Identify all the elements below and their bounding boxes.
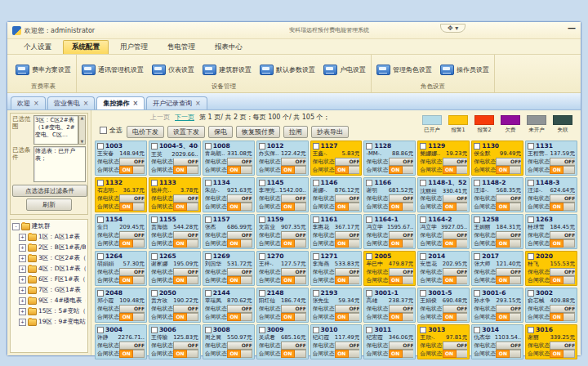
meter-card[interactable]: 1271李海燕533.83元保电状态OFF合闸状态ON [310,251,363,286]
gate-on-button[interactable]: ON [335,239,349,248]
card-checkbox[interactable] [474,327,480,333]
gate-on-button[interactable]: ON [119,166,133,174]
card-checkbox[interactable] [366,180,372,186]
menu-item-系统配置[interactable]: 系统配置 [63,40,109,54]
supply-off-button[interactable]: OFF [227,231,252,239]
toolbar-button-抄表导出[interactable]: 抄表导出 [311,126,349,138]
toolbar-button-设置下发[interactable]: 设置下发 [167,126,205,138]
gate-on-button[interactable]: ON [227,203,241,211]
card-checkbox[interactable] [474,290,480,297]
supply-off-button[interactable]: OFF [173,231,198,239]
tab-开户记录查询[interactable]: 开户记录查询× [146,96,207,109]
expand-icon[interactable]: + [19,276,26,283]
supply-off-button[interactable]: OFF [281,341,306,350]
card-checkbox[interactable] [474,216,480,223]
meter-card[interactable]: 1155贵海德544.28元保电状态OFF合闸状态ON [149,214,201,249]
supply-off-button[interactable]: OFF [389,158,414,166]
supply-off-button[interactable]: OFF [389,194,414,203]
next-page-link[interactable]: 下一页 [175,113,194,122]
supply-off-button[interactable]: OFF [443,195,468,203]
meter-card[interactable]: 1258王媚丽184.31元保电状态OFF合闸状态ON [471,214,523,249]
supply-off-button[interactable]: OFF [443,158,468,166]
supply-off-button[interactable]: OFF [443,305,468,313]
card-checkbox[interactable] [259,180,265,186]
supply-off-button[interactable]: OFF [550,194,575,203]
card-checkbox[interactable] [97,143,104,150]
expand-icon[interactable]: + [19,266,26,273]
gate-on-button[interactable]: ON [496,166,510,174]
card-checkbox[interactable] [97,253,104,260]
gate-on-button[interactable]: ON [389,313,403,321]
meter-card[interactable]: 1164-2冯立学3927.05..保电状态OFF合闸状态ON [417,214,470,249]
card-checkbox[interactable] [313,180,319,186]
expand-icon[interactable]: + [19,319,26,326]
supply-off-button[interactable]: OFF [335,305,360,313]
gate-on-button[interactable]: ON [443,203,457,211]
meter-card[interactable]: 3016谢丽339.25元保电状态OFF合闸状态ON [525,324,577,359]
card-checkbox[interactable] [97,327,104,333]
supply-off-button[interactable]: OFF [281,305,306,313]
meter-card[interactable]: 1146谢娜-.876.12元保电状态OFF合闸状态ON [310,177,363,212]
meter-card[interactable]: 3008周之翼550.97元保电状态OFF合闸状态ON [203,324,255,359]
supply-off-button[interactable]: OFF [496,268,521,276]
gate-on-button[interactable]: ON [496,239,510,248]
gate-on-button[interactable]: ON [389,166,403,174]
meter-card[interactable]: 1003王安春148.94元保电状态OFF合闸状态ON [95,141,147,176]
gate-on-button[interactable]: ON [389,276,403,284]
ribbon-button-通讯管理机设置[interactable]: 通讯管理机设置 [82,65,144,75]
meter-card[interactable]: 2005牟已中479.87元保电状态OFF合闸状态ON [363,251,416,286]
meter-card[interactable]: 3009吴成君685.16元保电状态OFF合闸状态ON [256,324,309,359]
meter-card[interactable]: 1154金日209.45元保电状态OFF合闸状态ON [95,214,147,249]
meter-card[interactable]: 1129鲍娜娜..19.23元保电状态OFF合闸状态ON [417,141,470,176]
gate-on-button[interactable]: ON [496,276,510,284]
gate-on-button[interactable]: ON [550,313,564,321]
tree-item[interactable]: +1区：A区1#表 [19,233,86,241]
gate-on-button[interactable]: ON [496,203,510,211]
filter-select-button[interactable]: 点选选择过滤条件 [12,185,87,197]
gate-on-button[interactable]: ON [550,166,564,174]
tab-营业售电[interactable]: 营业售电× [47,96,96,109]
supply-off-button[interactable]: OFF [496,158,521,166]
supply-off-button[interactable]: OFF [496,231,521,239]
meter-card[interactable]: 3011纪宏霞346.06元保电状态OFF合闸状态ON [363,324,416,359]
supply-off-button[interactable]: OFF [550,158,575,166]
tree-item[interactable]: +3区：C区2#表（1#变 [19,254,86,262]
supply-off-button[interactable]: OFF [119,194,145,203]
meter-card[interactable]: 1159文富业907.35元保电状态OFF合闸状态ON [256,214,309,249]
meter-card[interactable]: 1270王祥-.127.57元保电状态OFF合闸状态ON [256,251,309,286]
tab-欢迎[interactable]: 欢迎× [11,96,46,109]
meter-card[interactable]: 1164-1冯立学1595.67..保电状态OFF合闸状态ON [363,214,416,249]
tree-item[interactable]: +15区：5#变站（3#变 [19,307,86,315]
ribbon-button-费率方案设置[interactable]: 费率方案设置 [16,65,71,75]
tree-root[interactable]: -建筑群 [12,222,86,230]
card-checkbox[interactable] [474,253,480,260]
expand-icon[interactable]: + [19,244,26,252]
supply-off-button[interactable]: OFF [335,341,360,350]
gate-on-button[interactable]: ON [281,203,295,211]
menu-item-个人设置[interactable]: 个人设置 [16,41,60,54]
tab-close-icon[interactable]: × [132,100,138,107]
scroll-up-icon[interactable]: ▲ [79,116,85,120]
card-checkbox[interactable] [205,290,212,297]
supply-off-button[interactable]: OFF [173,158,198,167]
ribbon-button-默认参数设置[interactable]: 默认参数设置 [260,65,315,75]
card-checkbox[interactable] [366,253,372,260]
supply-off-button[interactable]: OFF [173,341,198,350]
menu-item-报表中心[interactable]: 报表中心 [207,41,251,54]
card-checkbox[interactable] [528,290,534,297]
card-checkbox[interactable] [97,216,104,223]
card-checkbox[interactable] [474,180,480,186]
menu-item-用户管理[interactable]: 用户管理 [112,41,156,54]
tab-close-icon[interactable]: × [195,100,201,107]
card-checkbox[interactable] [366,143,372,150]
meter-card[interactable]: 3004许静2276.71..保电状态OFF合闸状态ON [95,324,147,359]
card-checkbox[interactable] [420,253,426,260]
supply-off-button[interactable]: OFF [335,158,360,166]
gate-on-button[interactable]: ON [496,350,510,358]
meter-card[interactable]: 1157张杰686.99元保电状态OFF合闸状态ON [203,214,255,249]
meter-card[interactable]: 1131王程营..137.59元保电状态OFF合闸状态ON [525,141,577,176]
gate-on-button[interactable]: ON [173,276,187,284]
meter-card[interactable]: 1263桂球雪184.45元保电状态OFF合闸状态ON [525,214,577,249]
tab-close-icon[interactable]: × [83,100,89,107]
supply-off-button[interactable]: OFF [550,341,575,350]
